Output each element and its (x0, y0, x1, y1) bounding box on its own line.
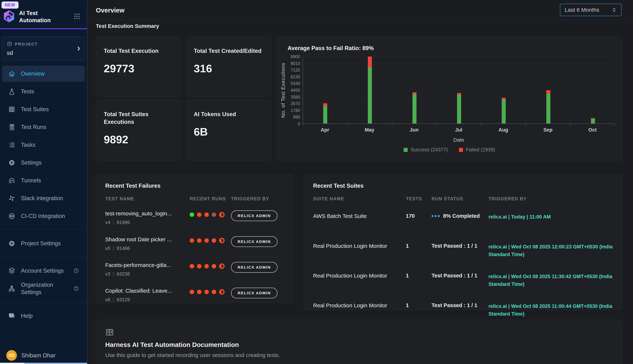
y-axis-tick: 1780 (277, 108, 300, 113)
legend-label: Failed (2939) (466, 147, 495, 153)
project-label: PROJECT (15, 42, 38, 46)
recent-runs (190, 264, 231, 269)
stat-label: Total Test Execution (104, 47, 173, 55)
sidebar-item-slack-integration[interactable]: Slack integration (2, 190, 85, 206)
info-icon[interactable] (73, 268, 79, 274)
settings-icon (8, 159, 16, 166)
y-axis-tick: 4450 (277, 88, 300, 93)
suite-row[interactable]: Real Production Login Monitor 1 Test Pas… (313, 265, 614, 295)
success-segment (457, 95, 461, 124)
y-axis-tick: 3560 (277, 95, 300, 100)
sidebar-item-help[interactable]: ? Help (2, 308, 85, 324)
chart-title: Average Pass to Fail Ratio: 89% (287, 45, 374, 52)
sidebar-item-label: Project Settings (21, 240, 61, 247)
bar-sep[interactable] (546, 56, 550, 124)
user-name: Shibam Dhar (21, 352, 56, 359)
run-status-text: Test Passed : 1 / 1 (432, 243, 477, 249)
failure-row[interactable]: Facets-performance-gitla... v3 | 63238 R… (105, 257, 286, 283)
project-selector[interactable]: PROJECT sd › (2, 36, 85, 61)
bar-jul[interactable] (457, 56, 461, 124)
info-icon[interactable] (73, 286, 79, 292)
suite-triggered-by[interactable]: relicx.ai | Wed Oct 08 2025 11:00:44 GMT… (488, 302, 614, 318)
test-run-id: 81466 (117, 246, 130, 251)
triggered-by-button[interactable]: RELICX ADMIN (231, 236, 277, 247)
test-name: Facets-performance-gitla... (105, 262, 190, 268)
test-run-id: 63238 (117, 271, 130, 277)
sidebar-item-test-runs[interactable]: Test Runs (2, 119, 85, 135)
y-axis-tick: 0 (277, 122, 300, 126)
x-tick-mark (392, 124, 392, 126)
x-axis-tick: Apr (310, 127, 340, 133)
suite-row[interactable]: AWS Batch Test Suite 170 8% Completed re… (313, 206, 614, 236)
sidebar-divider (0, 230, 87, 230)
suite-tests-count: 1 (406, 243, 432, 249)
user-menu[interactable]: SD Shibam Dhar (0, 350, 56, 361)
failures-col-header: TEST NAME (105, 196, 190, 202)
suite-triggered-by[interactable]: relicx.ai | Wed Oct 08 2025 11:30:42 GMT… (488, 273, 614, 288)
x-axis-tick: Sep (533, 127, 563, 133)
documentation-card: Harness AI Test Automation Documentation… (96, 320, 622, 364)
arrow-right-icon: → (146, 363, 152, 364)
recent-test-failures-card: Recent Test Failures TEST NAMERECENT RUN… (96, 174, 294, 303)
sidebar-item-account-settings[interactable]: Account Settings (2, 263, 85, 279)
sidebar-item-label: Settings (21, 160, 42, 166)
overview-icon (8, 70, 16, 78)
recent-test-suites-card: Recent Test Suites SUITE NAMETESTSRUN ST… (304, 174, 622, 310)
run-status-dot-icon (204, 290, 209, 294)
test-name: Copilot: Classified: Leave... (105, 288, 190, 294)
suite-tests-count: 170 (406, 213, 432, 219)
run-status-dot-icon (197, 212, 201, 217)
failure-row[interactable]: Shadow root Date picker ... v0 | 81466 R… (105, 231, 286, 257)
tunnels-icon (8, 177, 16, 184)
failed-segment (591, 118, 595, 118)
sidebar-item-test-suites[interactable]: Test Suites (2, 101, 85, 118)
run-status-dot-icon (212, 290, 216, 294)
sidebar-item-project-settings[interactable]: Project Settings (2, 236, 85, 252)
bar-jun[interactable] (413, 56, 417, 124)
failed-segment (323, 103, 327, 106)
sidebar-item-organization-settings[interactable]: Organization Settings (2, 280, 85, 297)
date-range-select[interactable]: Last 6 Months (560, 4, 621, 16)
bar-aug[interactable] (502, 56, 506, 124)
failure-row[interactable]: Copilot: Classified: Leave... v6 | 63129… (105, 283, 286, 308)
y-axis-tick: 7120 (277, 68, 300, 73)
sidebar-horizontal-scrollbar[interactable] (0, 363, 87, 364)
stat-card-0: Total Test Execution 29773 (96, 37, 181, 97)
suites-col-header: TESTS (406, 196, 432, 202)
recent-runs (190, 212, 231, 218)
sidebar-item-tests[interactable]: Tests (2, 84, 85, 100)
sidebar-item-tasks[interactable]: Tasks (2, 137, 85, 153)
bar-may[interactable] (368, 56, 372, 124)
bar-oct[interactable] (591, 56, 595, 124)
sidebar-item-overview[interactable]: Overview (2, 66, 85, 82)
stat-value: 6B (194, 126, 263, 138)
go-to-docs-link[interactable]: Go to the docs → (105, 363, 152, 364)
failure-row[interactable]: test-removing_auto_login... v4 | 81996 R… (105, 206, 286, 231)
sidebar-item-settings[interactable]: Settings (2, 155, 85, 171)
sidebar-item-label: Tests (21, 88, 34, 95)
sidebar-item-ci-cd-integration[interactable]: CI-CD integration (2, 208, 85, 224)
suite-triggered-by[interactable]: relicx.ai | Today | 11:00 AM (488, 213, 614, 221)
run-status-dot-icon (197, 238, 201, 243)
legend-swatch (459, 148, 463, 152)
test-version: v4 (105, 220, 110, 225)
triggered-by-button[interactable]: RELICX ADMIN (231, 288, 277, 298)
x-tick-mark (615, 124, 615, 126)
x-axis-tick: Jun (399, 127, 429, 133)
module-grid-icon[interactable] (73, 12, 81, 21)
triggered-by-button[interactable]: RELICX ADMIN (231, 262, 277, 273)
x-tick-mark (437, 124, 437, 126)
suite-row[interactable]: Real Production Login Monitor 1 Test Pas… (313, 236, 614, 265)
suite-run-status: Test Passed : 1 / 1 (432, 302, 488, 308)
failures-title: Recent Test Failures (105, 182, 160, 189)
suite-triggered-by[interactable]: relicx.ai | Wed Oct 08 2025 12:00:23 GMT… (488, 243, 614, 258)
sidebar-item-tunnels[interactable]: Tunnels (2, 172, 85, 188)
stat-card-3: AI Tokens Used 6B (186, 100, 271, 160)
x-axis-tick: Aug (489, 127, 518, 133)
page-title: Overview (96, 6, 125, 14)
triggered-by-button[interactable]: RELICX ADMIN (231, 210, 277, 221)
success-segment (368, 67, 372, 124)
bar-apr[interactable] (323, 56, 327, 124)
stat-card-1: Total Test Created/Edited 316 (186, 37, 271, 97)
legend-item-success: Success (24377) (404, 147, 448, 153)
